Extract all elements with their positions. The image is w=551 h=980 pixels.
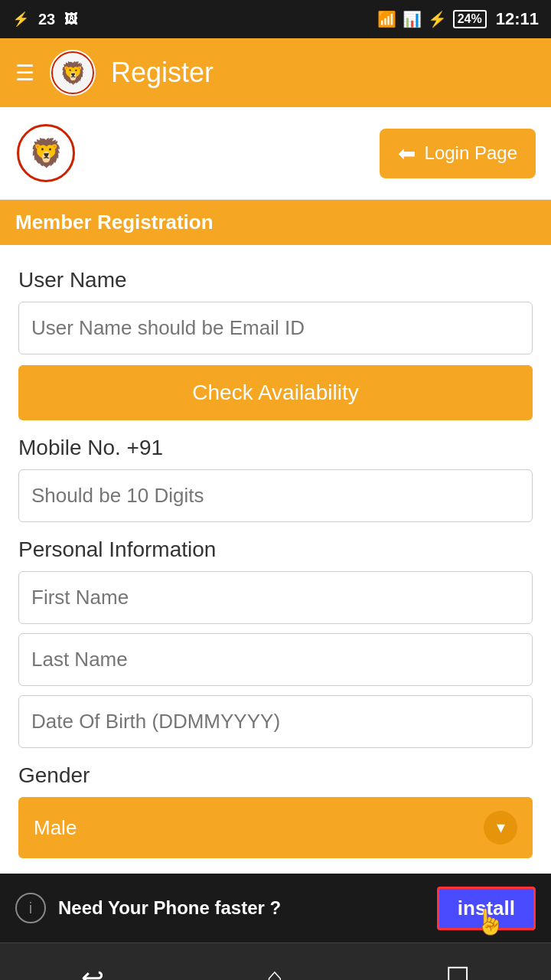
header-logo-circle: 🦁 (17, 124, 75, 182)
member-registration-text: Member Registration (15, 211, 214, 234)
cursor-icon: ☝ (474, 907, 505, 936)
recent-apps-icon: ☐ (445, 962, 470, 981)
gender-dropdown[interactable]: Male ▾ (18, 797, 533, 858)
last-name-input[interactable] (18, 633, 533, 686)
recent-apps-button[interactable]: ☐ (422, 954, 493, 981)
home-button[interactable]: ⌂ (243, 954, 306, 981)
back-nav-icon: ↩ (81, 962, 104, 981)
check-availability-button[interactable]: Check Availability (18, 365, 533, 420)
ad-info-icon[interactable]: i (15, 893, 46, 923)
bottom-navigation: ↩ ⌂ ☐ (0, 942, 551, 980)
wifi-icon: 📶 (377, 10, 396, 28)
registration-form: User Name Check Availability Mobile No. … (0, 245, 551, 874)
username-label: User Name (18, 268, 533, 292)
back-arrow-icon: ⬅ (398, 141, 416, 166)
check-availability-label: Check Availability (192, 381, 358, 404)
personal-info-label: Personal Information (18, 537, 533, 562)
home-icon: ⌂ (266, 962, 283, 981)
gender-label: Gender (18, 763, 533, 788)
menu-icon[interactable]: ☰ (15, 60, 34, 86)
battery-indicator: 24% (453, 10, 487, 28)
ad-banner: i Need Your Phone faster ? install ☝ (0, 874, 551, 942)
login-page-label: Login Page (425, 142, 517, 164)
status-right-icons: 📶 📊 ⚡ 24% 12:11 (377, 9, 539, 29)
notification-icon: 23 (38, 11, 55, 28)
usb-icon: ⚡ (12, 11, 29, 28)
username-input[interactable] (18, 302, 533, 354)
status-left-icons: ⚡ 23 🖼 (12, 11, 78, 28)
app-title: Register (111, 57, 536, 89)
first-name-input[interactable] (18, 571, 533, 624)
ad-text: Need Your Phone faster ? (58, 897, 425, 919)
content-logo: 🦁 (15, 122, 77, 184)
content-header: 🦁 ⬅ Login Page (0, 107, 551, 200)
back-button[interactable]: ↩ (58, 954, 127, 981)
info-symbol: i (29, 900, 32, 917)
member-registration-banner: Member Registration (0, 200, 551, 245)
dob-input[interactable] (18, 695, 533, 748)
status-bar: ⚡ 23 🖼 📶 📊 ⚡ 24% 12:11 (0, 0, 551, 38)
logo-circle: 🦁 (51, 51, 94, 94)
image-icon: 🖼 (64, 11, 78, 28)
mobile-input[interactable] (18, 469, 533, 522)
app-bar: ☰ 🦁 Register (0, 38, 551, 107)
gender-value: Male (34, 816, 77, 840)
login-page-button[interactable]: ⬅ Login Page (380, 129, 536, 178)
signal-icon: 📊 (403, 10, 422, 28)
mobile-label: Mobile No. +91 (18, 436, 533, 460)
chevron-down-icon: ▾ (484, 811, 517, 844)
lightning-icon: ⚡ (428, 10, 447, 28)
time-display: 12:11 (496, 9, 539, 29)
app-logo: 🦁 (50, 50, 96, 96)
